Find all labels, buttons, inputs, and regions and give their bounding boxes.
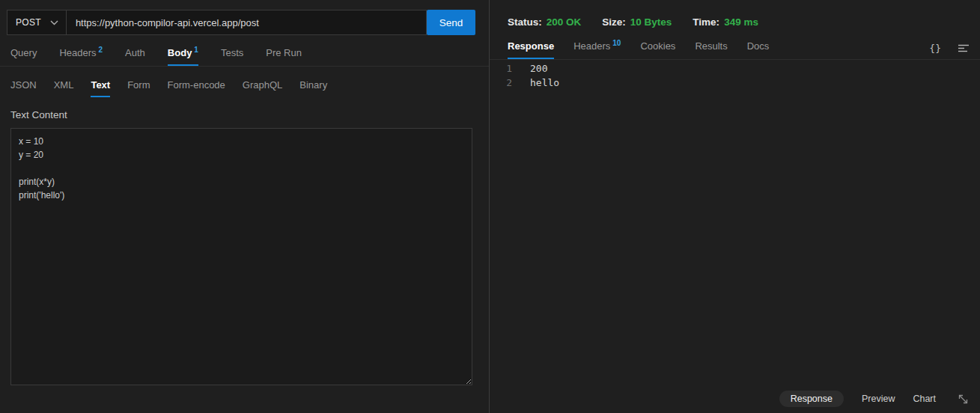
tab-auth[interactable]: Auth	[125, 47, 145, 66]
tab-pre-run[interactable]: Pre Run	[266, 47, 302, 66]
http-method-select[interactable]: POST	[7, 10, 66, 35]
body-tab-graphql[interactable]: GraphQL	[243, 79, 282, 97]
expand-diagonal-icon[interactable]	[957, 393, 970, 406]
headers-count-badge: 2	[99, 46, 103, 54]
send-button[interactable]: Send	[427, 10, 475, 35]
response-line: 2 hello	[490, 76, 980, 90]
response-status-row: Status: 200 OK Size: 10 Bytes Time: 349 …	[490, 0, 980, 28]
status-value: 200 OK	[547, 16, 582, 28]
tab-headers[interactable]: Headers2	[59, 46, 103, 66]
line-text: hello	[530, 76, 559, 90]
line-number: 1	[490, 61, 512, 76]
response-body-view[interactable]: 1 200 2 hello	[490, 60, 980, 90]
response-size: Size: 10 Bytes	[602, 16, 672, 28]
status-code: Status: 200 OK	[508, 16, 581, 28]
http-method-value: POST	[16, 17, 41, 28]
body-type-tabs: JSON XML Text Form Form-encode GraphQL B…	[0, 79, 489, 97]
line-wrap-icon[interactable]	[958, 43, 970, 53]
view-mode-preview[interactable]: Preview	[862, 394, 895, 404]
tab-docs[interactable]: Docs	[747, 40, 770, 59]
text-content-label: Text Content	[10, 109, 489, 120]
view-mode-response[interactable]: Response	[779, 391, 844, 407]
tab-results[interactable]: Results	[695, 40, 727, 59]
line-text: 200	[530, 61, 547, 76]
body-tab-text[interactable]: Text	[91, 79, 110, 97]
response-headers-count-badge: 10	[612, 39, 621, 47]
body-tab-binary[interactable]: Binary	[299, 79, 327, 97]
request-tabs: Query Headers2 Auth Body1 Tests Pre Run	[0, 46, 489, 67]
response-line: 1 200	[490, 61, 980, 76]
tab-cookies[interactable]: Cookies	[640, 40, 675, 59]
line-number: 2	[490, 76, 512, 90]
response-time: Time: 349 ms	[693, 16, 758, 28]
chevron-down-icon	[50, 20, 58, 25]
tab-body[interactable]: Body1	[168, 46, 198, 66]
request-url-row: POST Send	[7, 10, 475, 35]
body-tab-form[interactable]: Form	[127, 79, 150, 97]
tab-response-headers[interactable]: Headers10	[573, 39, 621, 59]
view-mode-chart[interactable]: Chart	[913, 394, 936, 404]
body-text-editor[interactable]: x = 10 y = 20 print(x*y) print('hello')	[10, 128, 472, 385]
body-tab-json[interactable]: JSON	[10, 79, 37, 97]
tab-query[interactable]: Query	[10, 47, 37, 66]
request-panel: POST Send Query Headers2 Auth Body1 Test…	[0, 0, 490, 413]
response-tabs: Response Headers10 Cookies Results Docs …	[490, 39, 980, 60]
body-count-badge: 1	[194, 46, 198, 54]
response-toolbar-icons: {}	[929, 43, 970, 54]
body-tab-xml[interactable]: XML	[54, 79, 74, 97]
rest-client-window: POST Send Query Headers2 Auth Body1 Test…	[0, 0, 980, 413]
tab-response[interactable]: Response	[508, 40, 554, 59]
request-url-input[interactable]	[66, 10, 427, 35]
response-view-mode-bar: Response Preview Chart	[779, 391, 970, 407]
size-value: 10 Bytes	[630, 16, 672, 28]
body-tab-form-encode[interactable]: Form-encode	[168, 79, 225, 97]
format-json-icon[interactable]: {}	[929, 43, 941, 54]
tab-tests[interactable]: Tests	[221, 47, 243, 66]
response-panel: Status: 200 OK Size: 10 Bytes Time: 349 …	[490, 0, 980, 413]
time-value: 349 ms	[724, 16, 758, 28]
